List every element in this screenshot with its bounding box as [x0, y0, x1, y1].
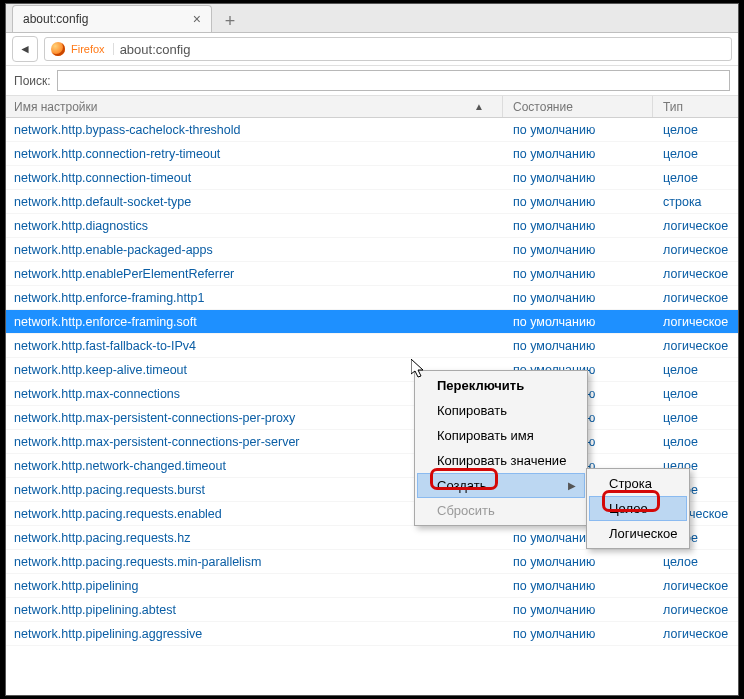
- pref-state: по умолчанию: [503, 555, 653, 569]
- pref-state: по умолчанию: [503, 267, 653, 281]
- pref-type: целое: [653, 555, 738, 569]
- pref-type: целое: [653, 147, 738, 161]
- pref-name: network.http.enforce-framing.soft: [6, 315, 503, 329]
- column-type-label: Тип: [663, 100, 683, 114]
- pref-state: по умолчанию: [503, 195, 653, 209]
- pref-type: целое: [653, 363, 738, 377]
- pref-name: network.http.enforce-framing.http1: [6, 291, 503, 305]
- table-row[interactable]: network.http.max-persistent-connections-…: [6, 430, 738, 454]
- ctx-copy[interactable]: Копировать: [417, 398, 585, 423]
- pref-name: network.http.bypass-cachelock-threshold: [6, 123, 503, 137]
- pref-type: логическое: [653, 579, 738, 593]
- ctx-toggle[interactable]: Переключить: [417, 373, 585, 398]
- pref-name: network.http.diagnostics: [6, 219, 503, 233]
- pref-state: по умолчанию: [503, 123, 653, 137]
- ctx-toggle-label: Переключить: [437, 378, 524, 393]
- ctx-copy-value[interactable]: Копировать значение: [417, 448, 585, 473]
- table-row[interactable]: network.http.enablePerElementReferrerпо …: [6, 262, 738, 286]
- ctx-create-label: Создать: [437, 478, 486, 493]
- table-row[interactable]: network.http.pacing.requests.min-paralle…: [6, 550, 738, 574]
- address-toolbar: ◄ Firefox about:config: [6, 33, 738, 66]
- address-field[interactable]: Firefox about:config: [44, 37, 732, 61]
- table-row[interactable]: network.http.connection-timeoutпо умолча…: [6, 166, 738, 190]
- tab-bar: about:config × +: [6, 4, 738, 33]
- pref-name: network.http.pacing.requests.hz: [6, 531, 503, 545]
- pref-state: по умолчанию: [503, 627, 653, 641]
- table-row[interactable]: network.http.max-connectionsпо умолчанию…: [6, 382, 738, 406]
- pref-state: по умолчанию: [503, 171, 653, 185]
- column-name-label: Имя настройки: [14, 100, 98, 114]
- pref-name: network.http.enablePerElementReferrer: [6, 267, 503, 281]
- pref-state: по умолчанию: [503, 339, 653, 353]
- column-type[interactable]: Тип: [653, 96, 738, 117]
- pref-name: network.http.connection-retry-timeout: [6, 147, 503, 161]
- table-row[interactable]: network.http.pipeliningпо умолчаниюлогич…: [6, 574, 738, 598]
- pref-type: логическое: [653, 219, 738, 233]
- back-button[interactable]: ◄: [12, 36, 38, 62]
- pref-name: network.http.pipelining.aggressive: [6, 627, 503, 641]
- sub-string[interactable]: Строка: [589, 471, 687, 496]
- create-submenu: Строка Целое Логическое: [586, 468, 690, 549]
- pref-name: network.http.pipelining: [6, 579, 503, 593]
- pref-type: целое: [653, 411, 738, 425]
- column-name[interactable]: Имя настройки ▲: [6, 96, 503, 117]
- pref-type: логическое: [653, 267, 738, 281]
- pref-state: по умолчанию: [503, 147, 653, 161]
- column-state-label: Состояние: [513, 100, 573, 114]
- table-row[interactable]: network.http.pipelining.abtestпо умолчан…: [6, 598, 738, 622]
- pref-type: логическое: [653, 315, 738, 329]
- chevron-right-icon: ▶: [568, 480, 576, 491]
- ctx-create[interactable]: Создать ▶: [417, 473, 585, 498]
- pref-type: логическое: [653, 339, 738, 353]
- ctx-copy-name[interactable]: Копировать имя: [417, 423, 585, 448]
- table-row[interactable]: network.http.diagnosticsпо умолчаниюлоги…: [6, 214, 738, 238]
- pref-type: целое: [653, 435, 738, 449]
- pref-name: network.http.connection-timeout: [6, 171, 503, 185]
- table-row[interactable]: network.http.enforce-framing.http1по умо…: [6, 286, 738, 310]
- close-icon[interactable]: ×: [193, 11, 201, 27]
- table-row[interactable]: network.http.pipelining.aggressiveпо умо…: [6, 622, 738, 646]
- table-row[interactable]: network.http.fast-fallback-to-IPv4по умо…: [6, 334, 738, 358]
- ctx-reset: Сбросить: [417, 498, 585, 523]
- pref-name: network.http.default-socket-type: [6, 195, 503, 209]
- pref-state: по умолчанию: [503, 315, 653, 329]
- url-text: about:config: [120, 42, 191, 57]
- search-label: Поиск:: [14, 74, 51, 88]
- pref-type: логическое: [653, 243, 738, 257]
- pref-name: network.http.pacing.requests.min-paralle…: [6, 555, 503, 569]
- search-input[interactable]: [57, 70, 730, 91]
- pref-list: network.http.bypass-cachelock-thresholdп…: [6, 118, 738, 646]
- search-row: Поиск:: [6, 66, 738, 96]
- sort-ascending-icon: ▲: [474, 101, 484, 112]
- new-tab-button[interactable]: +: [218, 10, 242, 32]
- table-row[interactable]: network.http.connection-retry-timeoutпо …: [6, 142, 738, 166]
- table-row[interactable]: network.http.keep-alive.timeoutпо умолча…: [6, 358, 738, 382]
- pref-name: network.http.enable-packaged-apps: [6, 243, 503, 257]
- pref-state: по умолчанию: [503, 243, 653, 257]
- column-state[interactable]: Состояние: [503, 96, 653, 117]
- sub-boolean[interactable]: Логическое: [589, 521, 687, 546]
- sub-integer[interactable]: Целое: [589, 496, 687, 521]
- pref-name: network.http.fast-fallback-to-IPv4: [6, 339, 503, 353]
- pref-state: по умолчанию: [503, 603, 653, 617]
- pref-state: по умолчанию: [503, 579, 653, 593]
- pref-type: целое: [653, 171, 738, 185]
- pref-type: строка: [653, 195, 738, 209]
- table-row[interactable]: network.http.default-socket-typeпо умолч…: [6, 190, 738, 214]
- pref-state: по умолчанию: [503, 291, 653, 305]
- pref-type: целое: [653, 123, 738, 137]
- pref-type: логическое: [653, 627, 738, 641]
- firefox-icon: [51, 42, 65, 56]
- table-row[interactable]: network.http.bypass-cachelock-thresholdп…: [6, 118, 738, 142]
- table-row[interactable]: network.http.enable-packaged-appsпо умол…: [6, 238, 738, 262]
- column-header: Имя настройки ▲ Состояние Тип: [6, 96, 738, 118]
- context-menu: Переключить Копировать Копировать имя Ко…: [414, 370, 588, 526]
- identity-label: Firefox: [71, 43, 114, 55]
- table-row[interactable]: network.http.enforce-framing.softпо умол…: [6, 310, 738, 334]
- browser-tab[interactable]: about:config ×: [12, 5, 212, 32]
- pref-type: логическое: [653, 291, 738, 305]
- chevron-left-icon: ◄: [19, 42, 31, 56]
- table-row[interactable]: network.http.max-persistent-connections-…: [6, 406, 738, 430]
- pref-state: по умолчанию: [503, 219, 653, 233]
- pref-type: целое: [653, 387, 738, 401]
